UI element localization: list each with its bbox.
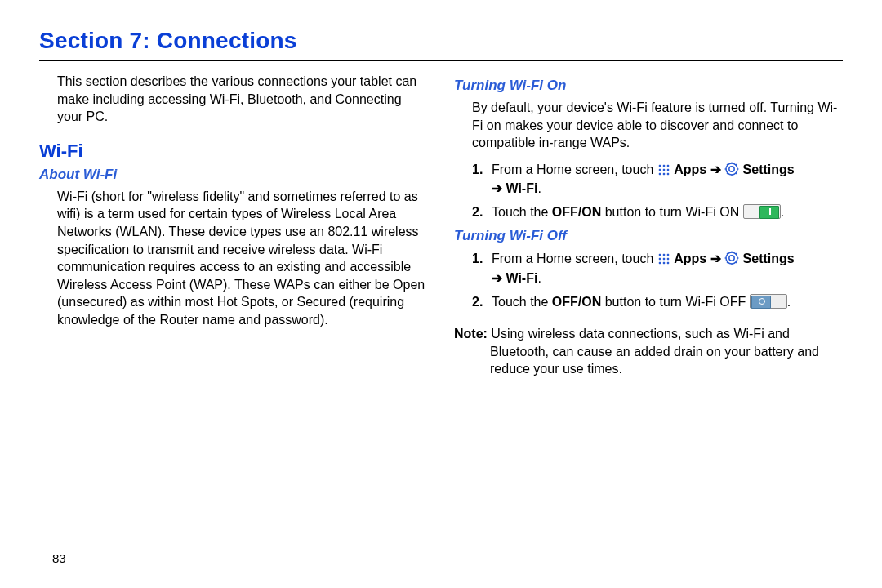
list-item: 2. Touch the OFF/ON button to turn Wi-Fi… xyxy=(472,203,843,221)
right-column: Turning Wi-Fi On By default, your device… xyxy=(454,73,843,385)
settings-icon xyxy=(724,251,739,265)
svg-point-11 xyxy=(729,256,734,261)
list-item: 1. From a Home screen, touch Apps ➔ Sett… xyxy=(472,160,843,198)
apps-icon xyxy=(657,163,670,176)
text: From a Home screen, touch xyxy=(492,252,657,265)
settings-icon xyxy=(724,162,739,176)
intro-paragraph: This section describes the various conne… xyxy=(57,73,428,126)
arrow-icon: ➔ xyxy=(710,163,724,176)
page-number: 83 xyxy=(52,551,66,565)
wifi-label: Wi-Fi xyxy=(506,271,537,285)
svg-point-1 xyxy=(729,167,734,172)
note-block: Note: Using wireless data connections, s… xyxy=(454,318,843,385)
arrow-icon: ➔ xyxy=(710,252,724,265)
two-column-layout: This section describes the various conne… xyxy=(39,73,843,385)
turning-on-steps: 1. From a Home screen, touch Apps ➔ Sett… xyxy=(472,160,843,222)
step-number: 2. xyxy=(472,203,492,221)
text: Touch the xyxy=(492,295,552,309)
apps-label: Apps xyxy=(674,163,706,176)
settings-label: Settings xyxy=(743,252,795,265)
settings-label: Settings xyxy=(743,163,795,176)
step-text: From a Home screen, touch Apps ➔ Setting… xyxy=(492,160,843,198)
step-text: Touch the OFF/ON button to turn Wi-Fi OF… xyxy=(492,292,843,311)
text: From a Home screen, touch xyxy=(492,163,657,176)
list-item: 1. From a Home screen, touch Apps ➔ Sett… xyxy=(472,249,843,287)
toggle-off-icon xyxy=(750,294,787,309)
text: . xyxy=(537,181,541,195)
text: Touch the xyxy=(492,205,552,219)
heading-wifi: Wi-Fi xyxy=(39,140,428,162)
text: . xyxy=(537,271,541,285)
step-number: 1. xyxy=(472,249,492,287)
subheading-about-wifi: About Wi-Fi xyxy=(39,167,428,183)
subheading-turning-wifi-off: Turning Wi-Fi Off xyxy=(454,228,843,244)
step-text: From a Home screen, touch Apps ➔ Setting… xyxy=(492,249,843,287)
arrow-icon: ➔ xyxy=(492,181,506,195)
turning-on-paragraph: By default, your device's Wi-Fi feature … xyxy=(472,99,843,152)
wifi-label: Wi-Fi xyxy=(506,181,537,195)
left-column: This section describes the various conne… xyxy=(39,73,428,385)
offon-label: OFF/ON xyxy=(552,295,601,309)
subheading-turning-wifi-on: Turning Wi-Fi On xyxy=(454,78,843,94)
text: . xyxy=(787,295,791,309)
step-number: 1. xyxy=(472,160,492,198)
about-wifi-paragraph: Wi-Fi (short for "wireless fidelity" and… xyxy=(57,188,428,329)
text: button to turn Wi-Fi ON xyxy=(601,205,742,219)
arrow-icon: ➔ xyxy=(492,271,506,285)
horizontal-rule xyxy=(39,60,843,61)
note-text-line1: Using wireless data connections, such as… xyxy=(488,327,790,341)
list-item: 2. Touch the OFF/ON button to turn Wi-Fi… xyxy=(472,292,843,311)
step-text: Touch the OFF/ON button to turn Wi-Fi ON… xyxy=(492,203,843,221)
apps-icon xyxy=(657,252,670,265)
note-text-line2: Bluetooth, can cause an added drain on y… xyxy=(490,343,843,378)
text: button to turn Wi-Fi OFF xyxy=(601,295,749,309)
section-title: Section 7: Connections xyxy=(39,28,843,54)
turning-off-steps: 1. From a Home screen, touch Apps ➔ Sett… xyxy=(472,249,843,311)
toggle-on-icon xyxy=(743,204,781,219)
apps-label: Apps xyxy=(674,252,706,265)
note-label: Note: xyxy=(454,327,488,341)
text: . xyxy=(781,205,784,219)
offon-label: OFF/ON xyxy=(552,205,601,219)
step-number: 2. xyxy=(472,292,492,311)
manual-page: Section 7: Connections This section desc… xyxy=(0,0,882,588)
